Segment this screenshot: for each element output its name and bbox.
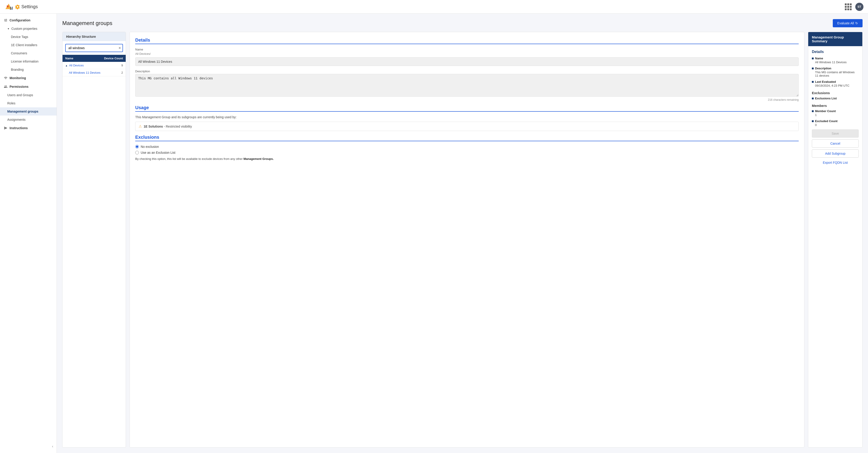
details-section-title: Details: [135, 37, 799, 43]
usage-warning-box: ⚠ 1E Solutions - Restricted visibility: [135, 122, 799, 131]
sidebar-item-instructions[interactable]: Instructions: [0, 124, 57, 132]
summary-exclusions-subsection: Exclusions Exclusions List: [812, 91, 859, 100]
cancel-button[interactable]: Cancel: [812, 140, 859, 148]
gear-icon: [15, 4, 20, 9]
apps-grid-icon[interactable]: [845, 3, 851, 10]
summary-members-subsection: Members Member Count 1 Excluded Count: [812, 104, 859, 127]
tree-header-name: Name: [65, 57, 104, 60]
sidebar-item-configuration[interactable]: Configuration: [0, 16, 57, 25]
page-header: Management groups Evaluate All ↻: [62, 19, 863, 27]
sidebar-item-roles[interactable]: Roles: [0, 99, 57, 107]
name-field-label: Name: [135, 48, 799, 51]
paper-plane-icon: [4, 126, 8, 130]
sidebar-label-monitoring: Monitoring: [9, 76, 26, 80]
summary-name-label: Name: [812, 57, 859, 60]
refresh-icon: ↻: [855, 21, 858, 25]
summary-exclusions-list-label: Exclusions List: [812, 97, 859, 100]
sidebar-item-custom-properties[interactable]: ▼ Custom properties: [0, 25, 57, 33]
nav-left: 1E Settings: [4, 3, 38, 11]
search-wrapper: ✕: [62, 41, 126, 55]
summary-body: Details Name All Windows 11 Devices Desc…: [808, 46, 862, 170]
top-navigation: 1E Settings ST: [0, 0, 868, 13]
sidebar-item-branding[interactable]: Branding: [0, 65, 57, 74]
summary-details-title: Details: [812, 50, 859, 54]
sliders-icon: [4, 18, 8, 22]
summary-last-evaluated-label: Last Evaluated: [812, 80, 859, 84]
usage-section-title: Usage: [135, 105, 799, 110]
summary-header: Management Group Summary: [808, 32, 862, 46]
settings-nav-item[interactable]: Settings: [15, 4, 38, 9]
sidebar-item-device-tags[interactable]: Device Tags: [0, 33, 57, 41]
permissions-icon: [4, 85, 8, 89]
tree-item-all-windows-11-devices[interactable]: All Windows 11 Devices 2: [62, 69, 126, 77]
summary-members-title: Members: [812, 104, 859, 108]
page-title: Management groups: [62, 20, 112, 26]
use-exclusion-list-radio-item[interactable]: Use as an Exclusion List: [135, 151, 799, 154]
svg-rect-1: [7, 5, 9, 7]
warning-triangle-icon: ⚠: [138, 124, 142, 128]
summary-excluded-count-label: Excluded Count: [812, 119, 859, 123]
bullet-icon: [812, 58, 814, 59]
sidebar-item-management-groups[interactable]: Management groups: [0, 107, 57, 116]
sidebar-label-permissions: Permissions: [9, 85, 28, 88]
tree-item-count-all-devices: 9: [121, 64, 123, 67]
tree-item-name-all-windows-11-devices[interactable]: All Windows 11 Devices: [69, 71, 121, 74]
summary-panel: Management Group Summary Details Name Al…: [808, 32, 863, 448]
user-avatar[interactable]: ST: [855, 3, 864, 11]
save-button[interactable]: Save: [812, 129, 859, 138]
exclusions-section-title: Exclusions: [135, 134, 799, 140]
sidebar-item-assignments[interactable]: Assignments: [0, 116, 57, 124]
summary-name-value: All Windows 11 Devices: [812, 60, 859, 64]
sidebar-label-custom-properties: Custom properties: [11, 27, 37, 30]
sidebar-item-permissions[interactable]: Permissions: [0, 82, 57, 91]
name-field-value: All Windows 11 Devices: [135, 57, 799, 66]
exclusion-note-strong: Management Groups.: [243, 157, 274, 160]
1e-logo: 1E: [4, 3, 13, 11]
sidebar-collapse-button[interactable]: ‹: [0, 444, 57, 449]
no-exclusion-radio-item[interactable]: No exclusion: [135, 145, 799, 149]
bullet-icon: [812, 81, 814, 83]
sidebar-label-1e-client-installers: 1E Client installers: [11, 43, 37, 47]
search-clear-button[interactable]: ✕: [118, 46, 121, 50]
tree-item-name-all-devices[interactable]: All Devices: [69, 64, 121, 67]
sidebar-item-monitoring[interactable]: Monitoring: [0, 74, 57, 82]
exclusions-divider: [135, 141, 799, 141]
hierarchy-search-input[interactable]: [65, 44, 123, 52]
sidebar-item-users-and-groups[interactable]: Users and Groups: [0, 91, 57, 99]
no-exclusion-radio[interactable]: [135, 145, 139, 149]
add-subgroup-button[interactable]: Add Subgroup: [812, 149, 859, 158]
bullet-icon: [812, 67, 814, 69]
sidebar-label-consumers: Consumers: [11, 51, 27, 55]
content-layout: Hierarchy Structure ✕ Name Device Count …: [62, 32, 863, 448]
use-exclusion-list-label: Use as an Exclusion List: [141, 151, 176, 154]
sidebar-item-consumers[interactable]: Consumers: [0, 49, 57, 57]
summary-last-evaluated-item: Last Evaluated 09/19/2024, 4:23 PM UTC: [812, 80, 859, 87]
description-textarea[interactable]: This MG contains all Windows 11 devices: [135, 74, 799, 97]
sidebar-item-license-information[interactable]: License information: [0, 57, 57, 65]
sidebar-label-configuration: Configuration: [9, 19, 30, 22]
svg-text:1E: 1E: [9, 6, 13, 10]
description-field-label: Description: [135, 69, 799, 73]
summary-excluded-count-value: 0: [812, 123, 859, 127]
name-field-prefix: All Devices/: [135, 52, 799, 56]
export-fqdn-button[interactable]: Export FQDN List: [812, 159, 859, 166]
summary-member-count-value: 1: [812, 113, 859, 117]
bullet-icon: [812, 97, 814, 99]
chevron-up-icon: ▲: [65, 64, 68, 67]
monitoring-icon: [4, 76, 8, 80]
tree-item-all-devices[interactable]: ▲ All Devices 9: [62, 62, 126, 69]
summary-description-value: This MG contains all Windows 11 devices: [812, 70, 859, 77]
summary-name-item: Name All Windows 11 Devices: [812, 57, 859, 64]
use-exclusion-list-radio[interactable]: [135, 151, 139, 154]
bullet-icon: [812, 120, 814, 122]
summary-exclusions-list-item: Exclusions List: [812, 97, 859, 100]
sidebar-label-device-tags: Device Tags: [11, 35, 28, 39]
sidebar-label-users-and-groups: Users and Groups: [7, 93, 33, 97]
bullet-icon: [812, 110, 814, 112]
evaluate-all-label: Evaluate All: [837, 21, 854, 25]
sidebar-item-1e-client-installers[interactable]: 1E Client installers: [0, 41, 57, 49]
evaluate-all-button[interactable]: Evaluate All ↻: [833, 19, 863, 27]
collapse-icon[interactable]: ‹: [52, 444, 53, 449]
summary-excluded-count-item: Excluded Count 0: [812, 119, 859, 127]
sidebar-label-license-information: License information: [11, 60, 38, 63]
